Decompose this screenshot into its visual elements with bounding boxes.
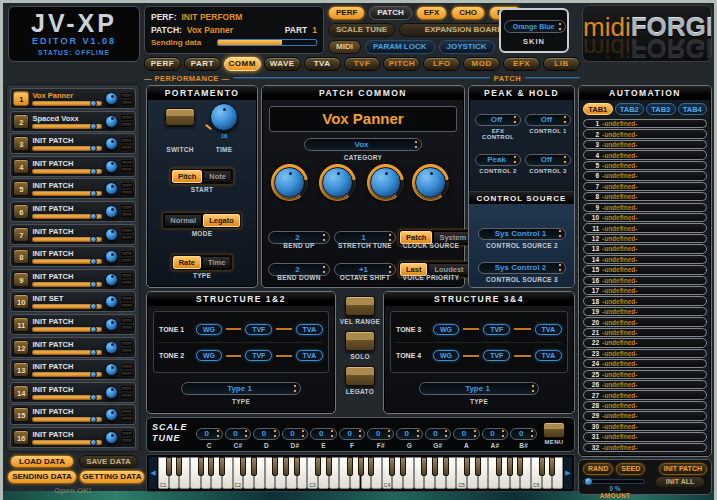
part-pan-knob[interactable] (105, 137, 118, 150)
automation-row-11[interactable]: 11-undefined- (583, 223, 707, 232)
automation-row-10[interactable]: 10-undefined- (583, 213, 707, 222)
part-mini-button[interactable] (121, 160, 133, 165)
part-mini-button[interactable] (121, 393, 133, 398)
type-option-time[interactable]: Time (202, 256, 231, 269)
part-level-slider[interactable] (32, 395, 102, 400)
part-number-badge[interactable]: 6 (13, 204, 29, 219)
part-number-badge[interactable]: 7 (13, 227, 29, 242)
part-row-1[interactable]: 1Vox Panner (10, 88, 136, 109)
tva-block[interactable]: TVA (535, 350, 562, 361)
save-data-button[interactable]: SAVE DATA (79, 455, 138, 468)
part-number-badge[interactable]: 16 (13, 430, 29, 445)
black-key[interactable] (326, 457, 332, 476)
automation-row-3[interactable]: 3-undefined- (583, 140, 707, 149)
legato-button[interactable] (345, 366, 375, 386)
part-pan-knob[interactable] (105, 386, 118, 399)
solo-button[interactable] (345, 331, 375, 351)
part-row-10[interactable]: 10INIT SET (10, 291, 136, 312)
part-row-3[interactable]: 3INIT PATCH (10, 133, 136, 154)
mode-option-normal[interactable]: Normal (164, 214, 202, 227)
automation-tab-tab2[interactable]: TAB2 (615, 103, 645, 115)
part-pan-knob[interactable] (105, 250, 118, 263)
part-number-badge[interactable]: 1 (13, 91, 29, 106)
automation-row-32[interactable]: 32-undefined- (583, 443, 707, 452)
automation-tab-tab3[interactable]: TAB3 (646, 103, 676, 115)
tab-lfo[interactable]: LFO (423, 57, 460, 71)
tab-tvf[interactable]: TVF (344, 57, 381, 71)
black-key[interactable] (240, 457, 246, 476)
wg-block[interactable]: WG (433, 350, 459, 361)
control-3-select[interactable]: Off (525, 154, 571, 166)
patch-knob-4[interactable] (412, 164, 449, 201)
black-key[interactable] (507, 457, 513, 476)
tab-comm[interactable]: COMM (224, 57, 261, 71)
automation-row-7[interactable]: 7-undefined- (583, 182, 707, 191)
control-1-select[interactable]: Off (525, 114, 571, 126)
tva-block[interactable]: TVA (296, 350, 323, 361)
part-number-badge[interactable]: 2 (13, 114, 29, 129)
scale-tune-stepper-a[interactable]: 0 (453, 428, 480, 440)
joystick-button[interactable]: JOYSTICK (439, 40, 495, 54)
control-source-3-select[interactable]: Sys Control 2 (478, 262, 566, 274)
black-key[interactable] (358, 457, 364, 476)
load-data-button[interactable]: LOAD DATA (10, 455, 74, 468)
automation-row-26[interactable]: 26-undefined- (583, 380, 707, 389)
black-key[interactable] (389, 457, 395, 476)
part-pan-knob[interactable] (105, 160, 118, 173)
structure-1-2-type-select[interactable]: Type 1 (181, 382, 301, 395)
automation-row-6[interactable]: 6-undefined- (583, 171, 707, 180)
automation-row-15[interactable]: 15-undefined- (583, 265, 707, 274)
part-mini-button[interactable] (121, 251, 133, 256)
black-key[interactable] (517, 457, 523, 476)
scale-tune-stepper-g-[interactable]: 0 (425, 428, 452, 440)
black-key[interactable] (294, 457, 300, 476)
tva-block[interactable]: TVA (535, 324, 562, 335)
black-key[interactable] (166, 457, 172, 476)
automation-row-14[interactable]: 14-undefined- (583, 255, 707, 264)
part-pan-knob[interactable] (105, 341, 118, 354)
black-key[interactable] (251, 457, 257, 476)
sending-data-button[interactable]: SENDING DATA (7, 470, 77, 484)
start-option-pitch[interactable]: Pitch (172, 170, 202, 183)
black-key[interactable] (496, 457, 502, 476)
automation-row-13[interactable]: 13-undefined- (583, 244, 707, 253)
part-pan-knob[interactable] (105, 363, 118, 376)
init-all-button[interactable]: INIT ALL (655, 476, 705, 488)
patch-knob-3[interactable] (367, 164, 404, 201)
part-level-slider[interactable] (32, 101, 102, 106)
automation-row-20[interactable]: 20-undefined- (583, 317, 707, 326)
automation-row-5[interactable]: 5-undefined- (583, 161, 707, 170)
automation-row-24[interactable]: 24-undefined- (583, 359, 707, 368)
automation-row-31[interactable]: 31-undefined- (583, 432, 707, 441)
part-mini-button[interactable] (121, 122, 133, 127)
part-level-slider[interactable] (32, 304, 102, 309)
tab-lib[interactable]: LIB (543, 57, 580, 71)
part-mini-button[interactable] (121, 228, 133, 233)
part-row-14[interactable]: 14INIT PATCH (10, 382, 136, 403)
part-level-slider[interactable] (32, 327, 102, 332)
amount-slider[interactable] (583, 479, 645, 484)
tvf-block[interactable]: TVF (483, 324, 510, 335)
part-pan-knob[interactable] (105, 295, 118, 308)
param-lock-button[interactable]: PARAM LOCK (365, 40, 435, 54)
part-mini-button[interactable] (121, 115, 133, 120)
automation-row-28[interactable]: 28-undefined- (583, 401, 707, 410)
patch-knob-2[interactable] (319, 164, 356, 201)
scale-tune-stepper-e[interactable]: 0 (310, 428, 337, 440)
automation-tab-tab1[interactable]: TAB1 (583, 103, 613, 115)
tab-pitch[interactable]: PITCH (383, 57, 420, 71)
scale-tune-menu-button[interactable] (543, 422, 565, 438)
type-option-rate[interactable]: Rate (173, 256, 201, 269)
part-mini-button[interactable] (121, 235, 133, 240)
category-select[interactable]: Vox (304, 138, 422, 151)
black-key[interactable] (464, 457, 470, 476)
part-level-slider[interactable] (32, 214, 102, 219)
patch-button[interactable]: PATCH (369, 6, 411, 20)
automation-row-25[interactable]: 25-undefined- (583, 370, 707, 379)
scale-tune-stepper-a-[interactable]: 0 (482, 428, 509, 440)
efx-button[interactable]: EFX (416, 6, 448, 20)
skin-select[interactable]: Orange Blue (504, 20, 566, 33)
scale-tune-stepper-f-[interactable]: 0 (367, 428, 394, 440)
part-row-16[interactable]: 16INIT PATCH (10, 427, 136, 448)
part-pan-knob[interactable] (105, 115, 118, 128)
